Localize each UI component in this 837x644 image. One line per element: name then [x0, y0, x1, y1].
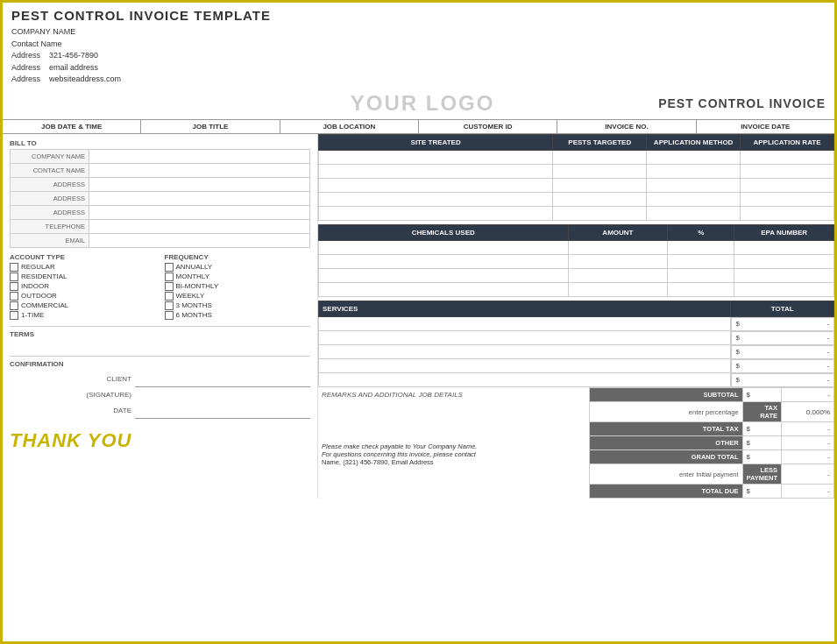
- checkbox-6months: 6 MONTHS: [165, 311, 311, 320]
- svc-value-4[interactable]: -: [748, 362, 829, 371]
- svc-row-1: $ -: [319, 316, 834, 331]
- svc-dollar-4: $: [735, 362, 748, 371]
- site-treated-header-row: SITE TREATED PESTS TARGETED APPLICATION …: [319, 134, 834, 150]
- checkbox-weekly-box[interactable]: [165, 292, 174, 301]
- logo-text: YOUR LOGO: [351, 91, 495, 115]
- svc-row-3: $ -: [319, 345, 834, 359]
- bill-addr3-row: ADDRESS: [11, 205, 310, 219]
- checkbox-monthly-box[interactable]: [165, 272, 174, 281]
- bill-company-value[interactable]: [89, 149, 310, 163]
- conf-date-line[interactable]: [135, 403, 310, 419]
- checkbox-indoor-label: INDOOR: [21, 282, 49, 290]
- svc-value-5[interactable]: -: [748, 376, 829, 385]
- email-label: email address: [49, 62, 130, 74]
- page-title: PEST CONTROL INVOICE TEMPLATE: [11, 8, 826, 23]
- bill-contact-value[interactable]: [89, 163, 310, 177]
- bill-addr2-value[interactable]: [89, 191, 310, 205]
- total-due-value[interactable]: -: [782, 485, 834, 499]
- checkbox-6months-box[interactable]: [165, 311, 174, 320]
- job-bar-location: JOB LOCATION: [280, 120, 419, 133]
- invoice-title: PEST CONTROL INVOICE: [658, 96, 826, 110]
- checkbox-residential-box[interactable]: [10, 272, 18, 281]
- total-due-label: TOTAL DUE: [590, 485, 743, 499]
- conf-client-line[interactable]: [135, 372, 310, 387]
- remarks-left: REMARKS AND ADDITIONAL JOB DETAILS Pleas…: [318, 387, 589, 499]
- svc-value-3[interactable]: -: [748, 348, 829, 357]
- checkbox-1time-box[interactable]: [10, 311, 18, 320]
- checkbox-weekly-label: WEEKLY: [176, 292, 205, 300]
- grand-total-row: GRAND TOTAL $ -: [590, 450, 834, 464]
- job-bar-customer: CUSTOMER ID: [419, 120, 557, 133]
- totals-table: SUBTOTAL $ - enter percentage TAX RATE 0…: [589, 387, 834, 499]
- confirmation-table: CLIENT (SIGNATURE) DATE: [10, 372, 310, 420]
- checkbox-commercial-label: COMMERCIAL: [21, 301, 68, 309]
- chem-row-3: [319, 268, 834, 282]
- subtotal-label: SUBTOTAL: [590, 388, 743, 402]
- bill-email-value[interactable]: [89, 233, 310, 247]
- confirmation-label: CONFIRMATION: [10, 360, 310, 368]
- tax-rate-label: TAX RATE: [742, 402, 781, 422]
- conf-date-row: DATE: [10, 403, 310, 419]
- remarks-area: REMARKS AND ADDITIONAL JOB DETAILS Pleas…: [318, 387, 834, 499]
- grand-total-value[interactable]: -: [782, 450, 834, 464]
- checkbox-regular-box[interactable]: [10, 263, 18, 272]
- services-header: SERVICES: [319, 301, 731, 316]
- account-type-label: ACCOUNT TYPE: [10, 253, 156, 261]
- job-bar-invoice-date: INVOICE DATE: [697, 120, 834, 133]
- tax-rate-value[interactable]: 0.000%: [782, 402, 834, 422]
- chemicals-amount-header: AMOUNT: [568, 224, 668, 240]
- account-type-col: ACCOUNT TYPE REGULAR RESIDENTIAL INDOOR: [10, 253, 156, 321]
- services-header-row: SERVICES TOTAL: [319, 301, 834, 316]
- bill-addr2-row: ADDRESS: [11, 191, 310, 205]
- checkbox-1time: 1-TIME: [10, 311, 156, 320]
- other-value[interactable]: -: [782, 436, 834, 450]
- subtotal-value[interactable]: -: [782, 388, 834, 402]
- enter-payment-label[interactable]: enter Initial payment: [590, 464, 743, 485]
- total-tax-label: TOTAL TAX: [590, 422, 743, 436]
- checkbox-residential-label: RESIDENTIAL: [21, 272, 67, 280]
- site-treated-header: SITE TREATED: [319, 134, 553, 150]
- checkbox-annually-box[interactable]: [165, 263, 174, 272]
- bill-addr3-value[interactable]: [89, 205, 310, 219]
- total-tax-row: TOTAL TAX $ -: [590, 422, 834, 436]
- bill-addr1-value[interactable]: [89, 177, 310, 191]
- chemicals-header: CHEMICALS USED: [319, 224, 569, 240]
- other-label: OTHER: [590, 436, 743, 450]
- confirmation-section: CONFIRMATION CLIENT (SIGNATURE) DATE: [10, 356, 310, 420]
- pests-targeted-header: PESTS TARGETED: [553, 134, 647, 150]
- checkbox-regular-label: REGULAR: [21, 263, 55, 271]
- less-payment-value[interactable]: -: [782, 464, 834, 485]
- invoice-title-area: PEST CONTROL INVOICE: [658, 96, 826, 110]
- svc-row-4: $ -: [319, 359, 834, 373]
- bill-addr1-row: ADDRESS: [11, 177, 310, 191]
- checkbox-regular: REGULAR: [10, 263, 156, 272]
- checkbox-outdoor-box[interactable]: [10, 292, 18, 301]
- checkbox-bimonthly-box[interactable]: [165, 282, 174, 291]
- company-name-label: COMPANY NAME: [11, 26, 826, 39]
- grand-total-dollar: $: [742, 450, 781, 464]
- epa-header: EPA NUMBER: [734, 224, 834, 240]
- bill-to-label: BILL TO: [10, 139, 310, 147]
- bill-company-label: COMPANY NAME: [11, 149, 89, 163]
- svc-dollar-1: $: [735, 320, 748, 329]
- checkbox-indoor-box[interactable]: [10, 282, 18, 291]
- job-bar-title: JOB TITLE: [141, 120, 280, 133]
- checkbox-residential: RESIDENTIAL: [10, 272, 156, 281]
- services-table: SERVICES TOTAL $ -: [318, 301, 834, 388]
- remarks-label: REMARKS AND ADDITIONAL JOB DETAILS: [322, 391, 585, 399]
- tax-rate-row: enter percentage TAX RATE 0.000%: [590, 402, 834, 422]
- enter-pct-label[interactable]: enter percentage: [590, 402, 743, 422]
- bill-phone-label: TELEPHONE: [11, 219, 89, 233]
- checkbox-commercial-box[interactable]: [10, 301, 18, 310]
- svc-value-1[interactable]: -: [748, 320, 829, 329]
- frequency-col: FREQUENCY ANNUALLY MONTHLY BI-MONTHLY: [165, 253, 311, 321]
- company-info: COMPANY NAME Contact Name Address 321-45…: [11, 26, 826, 86]
- terms-label: TERMS: [10, 330, 310, 338]
- bill-phone-value[interactable]: [89, 219, 310, 233]
- checkbox-1time-label: 1-TIME: [21, 311, 44, 319]
- svc-value-2[interactable]: -: [748, 334, 829, 343]
- checkbox-3months-box[interactable]: [165, 301, 174, 310]
- total-tax-value[interactable]: -: [782, 422, 834, 436]
- site-row-2: [319, 164, 834, 178]
- header-top: PEST CONTROL INVOICE TEMPLATE COMPANY NA…: [3, 3, 834, 88]
